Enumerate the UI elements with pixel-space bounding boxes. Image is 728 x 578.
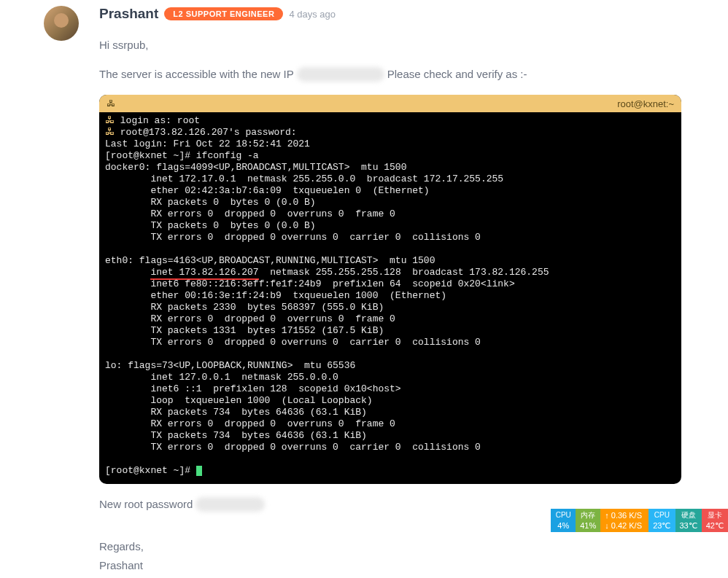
greeting-text: Hi ssrpub,	[99, 36, 692, 54]
disk-temp[interactable]: 硬盘 33℃	[675, 509, 702, 532]
network-usage[interactable]: ↑ 0.36 K/S ↓ 0.42 K/S	[600, 509, 648, 532]
cpu-temp[interactable]: CPU 23℃	[648, 509, 675, 532]
author-name: Prashant	[99, 6, 158, 22]
arrow-down-icon: ↓	[605, 521, 609, 530]
terminal-window: 🖧 root@kxnet:~ 🖧 login as: root 🖧 root@1…	[99, 95, 681, 484]
terminal-title: root@kxnet:~	[617, 98, 674, 109]
signature-text: Prashant	[99, 557, 692, 574]
memory-usage[interactable]: 内存 41%	[576, 509, 600, 532]
body-text-before: The server is accessible with the new IP	[99, 66, 294, 83]
gpu-temp[interactable]: 显卡 42℃	[702, 509, 728, 532]
system-monitor[interactable]: CPU 4% 内存 41% ↑ 0.36 K/S ↓ 0.42 K/S CPU …	[551, 509, 728, 532]
terminal-titlebar: 🖧 root@kxnet:~	[99, 95, 681, 112]
redacted-ip	[297, 67, 384, 82]
cursor-icon	[196, 466, 202, 476]
post-timestamp: 4 days ago	[289, 9, 336, 20]
regards-text: Regards,	[99, 538, 692, 555]
terminal-icon: 🖧	[107, 98, 115, 109]
body-text-after: Please check and verify as :-	[387, 66, 527, 83]
new-root-password-label: New root password	[99, 496, 193, 513]
cpu-usage[interactable]: CPU 4%	[551, 509, 576, 532]
terminal-output[interactable]: 🖧 login as: root 🖧 root@173.82.126.207's…	[99, 112, 681, 484]
role-badge: L2 SUPPORT ENGINEER	[164, 7, 283, 20]
redacted-password	[195, 497, 265, 512]
avatar	[44, 6, 79, 41]
arrow-up-icon: ↑	[605, 511, 609, 520]
